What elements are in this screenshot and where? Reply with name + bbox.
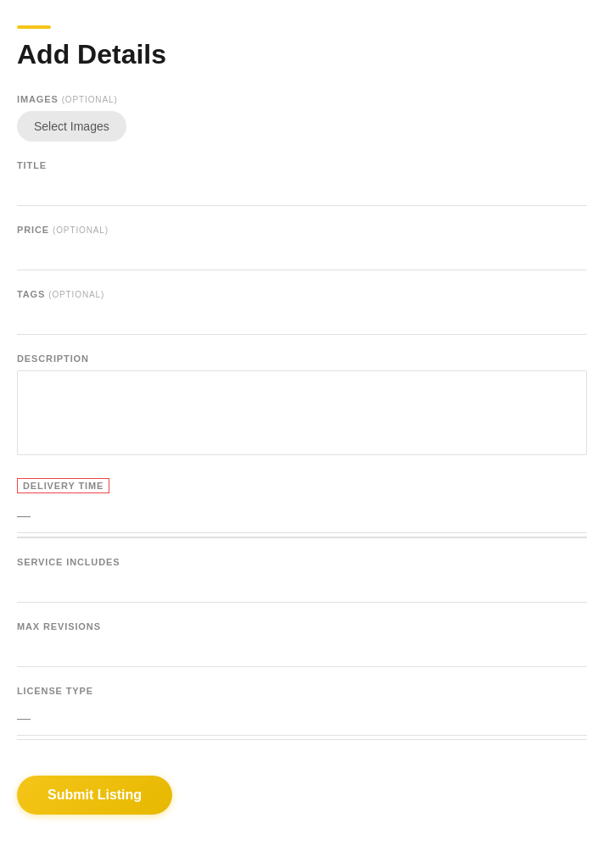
- price-section: PRICE (OPTIONAL): [17, 225, 587, 270]
- delivery-time-label: DELIVERY TIME: [17, 477, 587, 500]
- tags-label: TAGS (OPTIONAL): [17, 289, 587, 299]
- images-label: IMAGES (OPTIONAL): [17, 94, 587, 104]
- license-type-divider: [17, 739, 587, 741]
- license-type-dropdown[interactable]: —: [17, 703, 587, 736]
- price-input[interactable]: [17, 242, 587, 270]
- license-type-label: LICENSE TYPE: [17, 686, 587, 696]
- license-type-section: LICENSE TYPE —: [17, 686, 587, 741]
- service-includes-label: SERVICE INCLUDES: [17, 557, 587, 567]
- description-label: DESCRIPTION: [17, 353, 587, 364]
- delivery-time-section: DELIVERY TIME —: [17, 477, 587, 538]
- max-revisions-input[interactable]: [17, 638, 587, 667]
- service-includes-input[interactable]: [17, 574, 587, 603]
- accent-line: [17, 25, 51, 29]
- title-label: TITLE: [17, 160, 587, 170]
- max-revisions-label: MAX REVISIONS: [17, 621, 587, 632]
- tags-input[interactable]: [17, 306, 587, 335]
- description-input[interactable]: [17, 370, 587, 455]
- images-section: IMAGES (OPTIONAL) Select Images: [17, 94, 587, 142]
- submit-listing-button[interactable]: Submit Listing: [17, 776, 172, 815]
- max-revisions-section: MAX REVISIONS: [17, 621, 587, 667]
- title-section: TITLE: [17, 160, 587, 206]
- title-input[interactable]: [17, 177, 587, 206]
- delivery-time-dropdown[interactable]: —: [17, 500, 587, 533]
- price-label: PRICE (OPTIONAL): [17, 225, 587, 235]
- description-section: DESCRIPTION: [17, 353, 587, 459]
- page-title: Add Details: [17, 39, 587, 70]
- delivery-time-divider: [17, 537, 587, 538]
- select-images-button[interactable]: Select Images: [17, 111, 126, 142]
- tags-section: TAGS (OPTIONAL): [17, 289, 587, 335]
- service-includes-section: SERVICE INCLUDES: [17, 557, 587, 603]
